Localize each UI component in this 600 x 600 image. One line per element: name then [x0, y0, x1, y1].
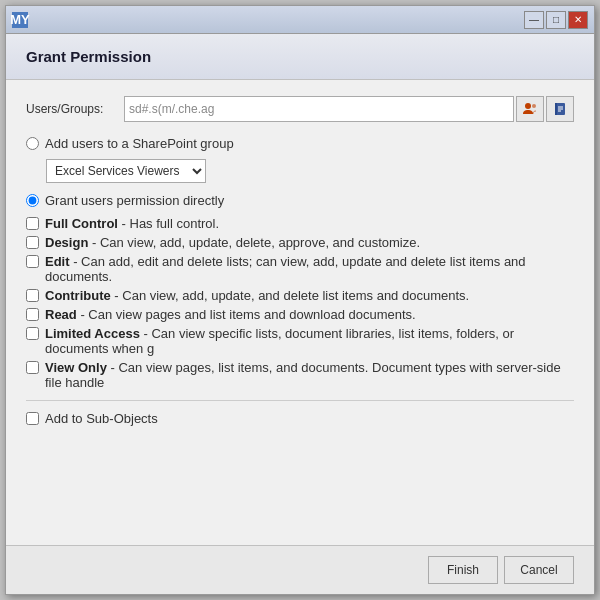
permission-checkbox[interactable]: [26, 327, 39, 340]
add-to-group-radio[interactable]: [26, 137, 39, 150]
grant-direct-radio-label[interactable]: Grant users permission directly: [26, 193, 574, 208]
permission-item[interactable]: Read - Can view pages and list items and…: [26, 307, 574, 322]
window-header: Grant Permission: [6, 34, 594, 80]
permission-desc: - Can view, add, update, and delete list…: [111, 288, 469, 303]
add-to-group-text: Add users to a SharePoint group: [45, 136, 234, 151]
permission-checkbox[interactable]: [26, 361, 39, 374]
permission-name: Read: [45, 307, 77, 322]
finish-button[interactable]: Finish: [428, 556, 498, 584]
permission-item[interactable]: Design - Can view, add, update, delete, …: [26, 235, 574, 250]
permission-checkbox[interactable]: [26, 255, 39, 268]
users-groups-input[interactable]: [124, 96, 514, 122]
permission-text: Read - Can view pages and list items and…: [45, 307, 416, 322]
permission-name: Design: [45, 235, 88, 250]
app-icon: MY: [12, 12, 28, 28]
permission-text: Contribute - Can view, add, update, and …: [45, 288, 469, 303]
title-bar-left: MY: [12, 12, 28, 28]
permission-text: Edit - Can add, edit and delete lists; c…: [45, 254, 574, 284]
permission-text: Full Control - Has full control.: [45, 216, 219, 231]
permission-desc: - Can view pages and list items and down…: [77, 307, 416, 322]
maximize-button[interactable]: □: [546, 11, 566, 29]
permission-name: Limited Access: [45, 326, 140, 341]
permission-text: Limited Access - Can view specific lists…: [45, 326, 574, 356]
users-groups-input-group: [124, 96, 574, 122]
permission-name: View Only: [45, 360, 107, 375]
grant-direct-radio[interactable]: [26, 194, 39, 207]
users-groups-row: Users/Groups:: [26, 96, 574, 122]
cancel-button[interactable]: Cancel: [504, 556, 574, 584]
permission-checkbox[interactable]: [26, 236, 39, 249]
people-picker-button[interactable]: [516, 96, 544, 122]
dialog-title: Grant Permission: [26, 48, 574, 65]
grant-direct-section: Grant users permission directly Full Con…: [26, 193, 574, 390]
sub-objects-row: Add to Sub-Objects: [26, 411, 574, 426]
add-to-group-section: Add users to a SharePoint group Excel Se…: [26, 136, 574, 183]
permissions-list: Full Control - Has full control.Design -…: [26, 216, 574, 390]
permission-text: View Only - Can view pages, list items, …: [45, 360, 574, 390]
add-to-group-radio-label[interactable]: Add users to a SharePoint group: [26, 136, 574, 151]
grant-direct-text: Grant users permission directly: [45, 193, 224, 208]
address-book-button[interactable]: [546, 96, 574, 122]
book-icon: [552, 101, 568, 117]
permission-checkbox[interactable]: [26, 308, 39, 321]
users-groups-label: Users/Groups:: [26, 102, 116, 116]
permission-desc: - Can add, edit and delete lists; can vi…: [45, 254, 526, 284]
group-dropdown[interactable]: Excel Services Viewers: [46, 159, 206, 183]
svg-point-1: [532, 104, 536, 108]
permission-name: Edit: [45, 254, 70, 269]
permission-item[interactable]: Contribute - Can view, add, update, and …: [26, 288, 574, 303]
title-buttons: — □ ✕: [524, 11, 588, 29]
sub-objects-label: Add to Sub-Objects: [45, 411, 158, 426]
title-bar: MY — □ ✕: [6, 6, 594, 34]
svg-point-0: [525, 103, 531, 109]
permission-desc: - Can view pages, list items, and docume…: [45, 360, 561, 390]
people-icon: [522, 101, 538, 117]
svg-rect-3: [555, 103, 557, 115]
sub-objects-checkbox[interactable]: [26, 412, 39, 425]
permission-item[interactable]: Limited Access - Can view specific lists…: [26, 326, 574, 356]
permission-item[interactable]: View Only - Can view pages, list items, …: [26, 360, 574, 390]
permission-name: Contribute: [45, 288, 111, 303]
permission-checkbox[interactable]: [26, 217, 39, 230]
permission-item[interactable]: Full Control - Has full control.: [26, 216, 574, 231]
permission-checkbox[interactable]: [26, 289, 39, 302]
permission-item[interactable]: Edit - Can add, edit and delete lists; c…: [26, 254, 574, 284]
permission-text: Design - Can view, add, update, delete, …: [45, 235, 420, 250]
close-button[interactable]: ✕: [568, 11, 588, 29]
permission-name: Full Control: [45, 216, 118, 231]
window-footer: Finish Cancel: [6, 545, 594, 594]
divider: [26, 400, 574, 401]
minimize-button[interactable]: —: [524, 11, 544, 29]
main-window: MY — □ ✕ Grant Permission Users/Groups:: [5, 5, 595, 595]
permission-desc: - Can view, add, update, delete, approve…: [88, 235, 420, 250]
window-content: Users/Groups:: [6, 80, 594, 545]
permission-desc: - Has full control.: [118, 216, 219, 231]
dropdown-row: Excel Services Viewers: [46, 159, 574, 183]
